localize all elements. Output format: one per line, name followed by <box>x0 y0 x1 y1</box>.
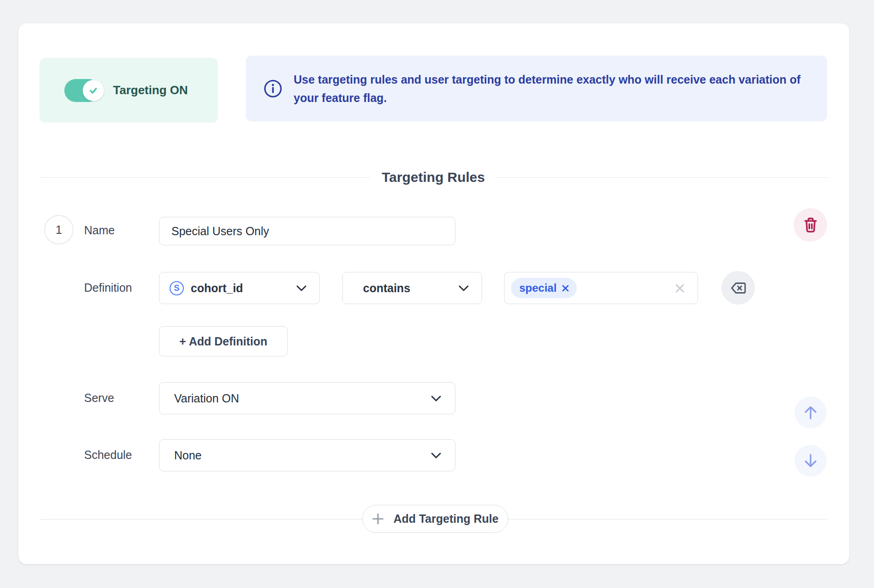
serve-label: Serve <box>84 391 114 405</box>
move-rule-down-button[interactable] <box>795 445 827 477</box>
chevron-down-icon <box>459 285 469 291</box>
value-tag-input[interactable]: special <box>504 272 698 304</box>
move-rule-up-button[interactable] <box>795 396 827 429</box>
clear-values-icon[interactable] <box>674 283 686 294</box>
remove-definition-button[interactable] <box>721 271 755 305</box>
toggle-knob <box>83 80 104 101</box>
section-title: Targeting Rules <box>382 170 485 185</box>
plus-icon <box>372 513 384 525</box>
targeting-toggle[interactable] <box>64 79 100 102</box>
targeting-toggle-label: Targeting ON <box>113 83 188 97</box>
chevron-down-icon <box>296 285 306 291</box>
rule-name-input[interactable] <box>159 217 455 245</box>
operator-value: contains <box>363 282 410 295</box>
rule-number-badge: 1 <box>44 215 74 244</box>
schedule-label: Schedule <box>84 448 132 462</box>
value-chip: special <box>511 278 577 298</box>
arrow-up-icon <box>802 404 819 421</box>
info-banner-text: Use targeting rules and user targeting t… <box>294 70 805 107</box>
chip-label: special <box>519 282 556 294</box>
serve-value: Variation ON <box>174 392 239 405</box>
targeting-panel: Targeting ON Use targeting rules and use… <box>18 23 849 564</box>
delete-rule-button[interactable] <box>794 208 827 242</box>
serve-dropdown[interactable]: Variation ON <box>159 382 455 414</box>
divider-line <box>40 177 370 178</box>
chevron-down-icon <box>431 396 441 401</box>
backspace-icon <box>730 282 747 294</box>
operator-dropdown[interactable]: contains <box>342 272 482 304</box>
divider-line <box>497 177 827 178</box>
targeting-toggle-card: Targeting ON <box>40 58 218 123</box>
add-targeting-rule-button[interactable]: Add Targeting Rule <box>362 505 508 533</box>
trash-icon <box>803 217 818 233</box>
arrow-down-icon <box>802 452 819 469</box>
info-icon <box>263 79 283 98</box>
schedule-dropdown[interactable]: None <box>159 439 455 471</box>
statsig-s-icon: S <box>170 281 184 295</box>
check-icon <box>88 85 99 96</box>
section-header: Targeting Rules <box>40 166 827 189</box>
chevron-down-icon <box>431 452 441 458</box>
info-banner: Use targeting rules and user targeting t… <box>246 56 827 121</box>
attribute-value: cohort_id <box>191 282 243 295</box>
name-label: Name <box>84 224 115 237</box>
remove-chip-icon[interactable] <box>562 284 569 292</box>
attribute-dropdown[interactable]: S cohort_id <box>159 272 320 304</box>
add-targeting-rule-label: Add Targeting Rule <box>393 512 499 526</box>
definition-label: Definition <box>84 281 132 294</box>
schedule-value: None <box>174 449 202 462</box>
add-definition-button[interactable]: + Add Definition <box>159 326 288 356</box>
